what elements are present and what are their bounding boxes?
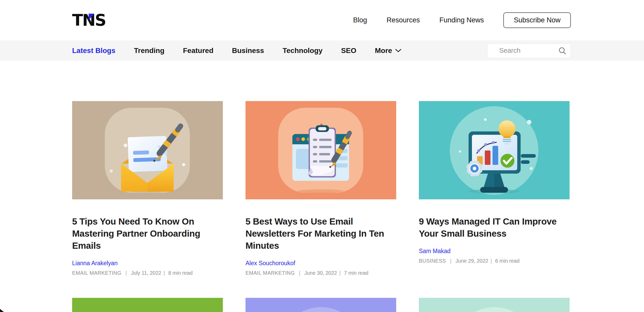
logo-letter-t: T [72, 12, 82, 28]
meta-separator: | [125, 270, 127, 276]
blog-card-meta: EMAIL MARKETING | June 30, 2022 | 7 min … [245, 270, 396, 276]
blog-card: 9 Ways Managed IT Can Improve Your Small… [419, 101, 570, 276]
blog-card-partial [245, 298, 396, 312]
category-navbar: Latest Blogs Trending Featured Business … [0, 40, 644, 61]
blog-card-image[interactable] [72, 298, 223, 312]
blog-card-title[interactable]: 9 Ways Managed IT Can Improve Your Small… [419, 215, 567, 239]
illustration-tile-peek [112, 307, 184, 312]
blog-card-meta: EMAIL MARKETING | July 11, 2022 | 8 min … [72, 270, 223, 276]
logo-letter-n: N [82, 12, 95, 28]
header-link-funding-news[interactable]: Funding News [439, 16, 484, 24]
chevron-down-icon [395, 49, 401, 52]
browser-clipboard-pen-illustration [245, 101, 396, 199]
post-date: July 11, 2022 [131, 270, 161, 276]
category-label: EMAIL MARKETING [245, 270, 295, 276]
post-date: June 30, 2022 [304, 270, 337, 276]
meta-separator: | [299, 270, 300, 276]
tab-more[interactable]: More [375, 47, 401, 55]
blog-card-author-link[interactable]: Lianna Arakelyan [72, 260, 117, 267]
blog-card-image[interactable] [245, 101, 396, 199]
blog-card-image[interactable] [419, 101, 570, 199]
blog-card: 5 Best Ways to Use Email Newsletters For… [245, 101, 396, 276]
blog-card-title[interactable]: 5 Best Ways to Use Email Newsletters For… [245, 215, 394, 252]
category-menu: Latest Blogs Trending Featured Business … [72, 47, 401, 55]
site-logo[interactable]: T N S [72, 12, 106, 28]
blog-card-partial [419, 298, 570, 312]
tab-featured[interactable]: Featured [183, 47, 213, 55]
search-icon[interactable] [558, 47, 566, 55]
blog-card-partial [72, 298, 223, 312]
tab-more-label: More [375, 47, 392, 55]
monitor-analytics-illustration [419, 101, 570, 199]
tab-trending[interactable]: Trending [134, 47, 164, 55]
blog-card-image[interactable] [419, 298, 570, 312]
meta-separator: | [164, 270, 165, 276]
search-box [487, 43, 571, 58]
blog-card-author-link[interactable]: Sam Makad [419, 248, 451, 255]
category-label: BUSINESS [419, 258, 446, 264]
blog-card-title[interactable]: 5 Tips You Need To Know On Mastering Par… [72, 215, 220, 252]
post-date: June 29, 2022 [455, 258, 488, 264]
blog-card: 5 Tips You Need To Know On Mastering Par… [72, 101, 223, 276]
header-nav: Blog Resources Funding News Subscribe No… [353, 12, 571, 28]
meta-separator: | [490, 258, 492, 264]
blog-grid-section: 5 Tips You Need To Know On Mastering Par… [0, 61, 644, 312]
meta-separator: | [450, 258, 451, 264]
tab-latest-blogs[interactable]: Latest Blogs [72, 47, 115, 55]
blog-card-meta: BUSINESS | June 29, 2022 | 6 min read [419, 258, 570, 264]
blog-card-image[interactable] [72, 101, 223, 199]
tab-technology[interactable]: Technology [283, 47, 323, 55]
read-time: 8 min read [168, 270, 193, 276]
category-label: EMAIL MARKETING [72, 270, 121, 276]
blog-grid: 5 Tips You Need To Know On Mastering Par… [72, 101, 572, 312]
header-link-resources[interactable]: Resources [387, 16, 420, 24]
subscribe-now-button[interactable]: Subscribe Now [503, 12, 571, 28]
logo-letter-s: S [95, 12, 106, 28]
header-link-blog[interactable]: Blog [353, 16, 367, 24]
tab-business[interactable]: Business [232, 47, 264, 55]
read-time: 7 min read [344, 270, 368, 276]
tab-seo[interactable]: SEO [341, 47, 356, 55]
illustration-tile-peek [285, 307, 357, 312]
check-badge [501, 154, 514, 168]
site-header: T N S Blog Resources Funding News Subscr… [0, 0, 644, 40]
read-time: 6 min read [495, 258, 520, 264]
meta-separator: | [339, 270, 341, 276]
illustration-tile-peek [458, 307, 530, 312]
open-envelope-letter-pen-illustration [72, 101, 223, 199]
blog-card-author-link[interactable]: Alex Souchoroukof [245, 260, 295, 267]
blog-card-image[interactable] [245, 298, 396, 312]
